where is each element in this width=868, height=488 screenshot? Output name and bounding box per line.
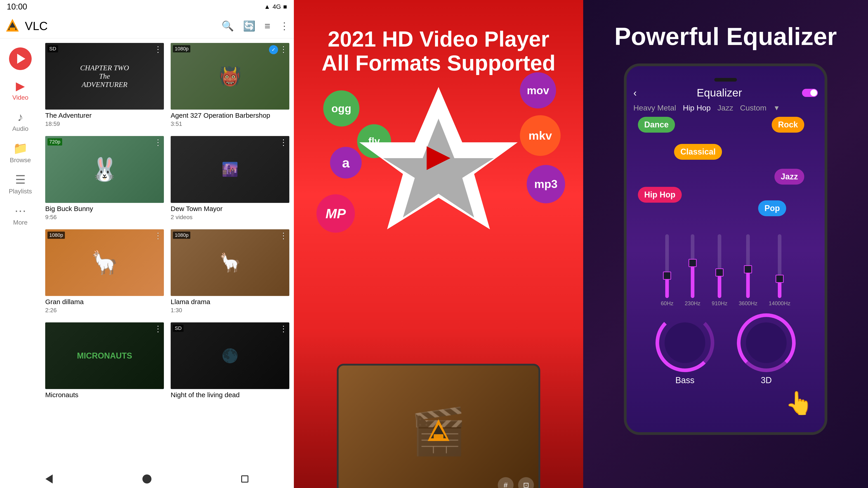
eq-3d-knob[interactable] — [737, 313, 796, 372]
list-item[interactable]: 🌆 ⋮ Dew Town Mayor 2 videos — [170, 136, 289, 222]
eq-bass-knob-inner — [664, 322, 705, 363]
more-dots-icon: ⋯ — [14, 204, 26, 218]
list-item[interactable]: SD CHAPTER TWOTheADVENTURER ⋮ The Advent… — [45, 43, 164, 129]
format-badge-mp3: mp3 — [527, 165, 565, 203]
presets-dropdown-icon[interactable]: ▼ — [773, 104, 780, 112]
svg-rect-8 — [434, 434, 443, 438]
genre-badge-rock[interactable]: Rock — [772, 117, 804, 133]
audio-icon: ♪ — [18, 110, 23, 124]
phone-notch — [714, 78, 737, 82]
genre-badge-jazz[interactable]: Jazz — [774, 169, 804, 185]
sidebar-item-browse[interactable]: 📁 Browse — [0, 137, 41, 168]
search-icon[interactable]: 🔍 — [221, 20, 234, 32]
video-info: Llama drama 1:30 — [170, 296, 289, 316]
eq-preset-jazz[interactable]: Jazz — [717, 103, 733, 112]
vlc-app-title: VLC — [25, 19, 217, 33]
eq-slider-track-60hz[interactable] — [665, 234, 669, 298]
sidebar-item-video[interactable]: ▶ Video — [0, 74, 41, 106]
eq-slider-fill-60hz — [665, 275, 669, 298]
format-badge-a: a — [330, 147, 362, 178]
video-info: Big Buck Bunny 9:56 — [45, 203, 164, 223]
eq-bass-knob[interactable] — [655, 313, 714, 372]
more-icon[interactable]: ⋮ — [279, 20, 289, 32]
phone-mockup: ‹ Equalizer Heavy Metal Hip Hop Jazz Cus… — [624, 64, 827, 435]
eq-screen-header: ‹ Equalizer — [633, 84, 818, 103]
video-duration: 18:59 — [45, 121, 164, 127]
video-title: The Adventurer — [45, 111, 164, 120]
video-thumbnail: 720p 🐰 ⋮ — [45, 136, 164, 203]
eq-preset-custom[interactable]: Custom — [740, 103, 767, 112]
eq-slider-fill-14000hz — [778, 279, 781, 298]
more-options-icon[interactable]: ⋮ — [279, 324, 287, 334]
eq-toggle-switch[interactable] — [802, 89, 818, 97]
tablet-caption-icon: ⊡ — [518, 477, 534, 488]
sidebar-item-audio[interactable]: ♪ Audio — [0, 106, 41, 137]
eq-slider-fill-3600hz — [746, 269, 750, 298]
genre-badge-hiphop[interactable]: Hip Hop — [638, 187, 682, 203]
video-title: Gran dillama — [45, 298, 164, 306]
eq-slider-track-910hz[interactable] — [718, 234, 721, 298]
content-area: ▶ Video ♪ Audio 📁 Browse ☰ Playlists ⋯ M… — [0, 38, 294, 470]
sidebar-item-more[interactable]: ⋯ More — [0, 199, 41, 231]
video-thumbnail: 1080p ✓ 👹 ⋮ — [170, 43, 289, 109]
eq-freq-label-3600hz: 3600Hz — [739, 300, 757, 306]
list-item[interactable]: MICRONAUTS ⋮ Micronauts — [45, 322, 164, 401]
list-item[interactable]: SD 🌑 ⋮ Night of the living dead — [170, 322, 289, 401]
genre-badge-classical[interactable]: Classical — [674, 144, 722, 160]
recent-nav-button[interactable] — [238, 472, 252, 486]
more-options-icon[interactable]: ⋮ — [154, 231, 162, 240]
play-button[interactable] — [9, 47, 32, 70]
video-title: Night of the living dead — [170, 391, 289, 399]
more-options-icon[interactable]: ⋮ — [279, 138, 287, 147]
sort-icon[interactable]: ≡ — [265, 20, 270, 32]
video-icon: ▶ — [16, 79, 25, 93]
sidebar-item-playlists[interactable]: ☰ Playlists — [0, 168, 41, 199]
eq-slider-14000hz: 14000Hz — [769, 234, 790, 306]
eq-slider-track-230hz[interactable] — [691, 234, 694, 298]
more-options-icon[interactable]: ⋮ — [154, 138, 162, 147]
more-options-icon[interactable]: ⋮ — [279, 231, 287, 240]
eq-preset-heavy-metal[interactable]: Heavy Metal — [633, 103, 676, 112]
video-thumbnail: SD CHAPTER TWOTheADVENTURER ⋮ — [45, 43, 164, 109]
video-thumbnail: 1080p 🦙 ⋮ — [170, 229, 289, 296]
home-circle-icon — [143, 475, 151, 484]
hand-cursor-hint: 👆 — [633, 385, 818, 421]
eq-slider-fill-910hz — [718, 272, 721, 298]
video-title: Llama drama — [170, 298, 289, 306]
more-options-icon[interactable]: ⋮ — [279, 45, 287, 54]
list-item[interactable]: 1080p 🦙 ⋮ Gran dillama 2:26 — [45, 229, 164, 316]
home-nav-button[interactable] — [140, 472, 154, 486]
sidebar-playlists-label: Playlists — [9, 188, 32, 195]
video-title: Dew Town Mayor — [170, 205, 289, 213]
list-item[interactable]: 1080p 🦙 ⋮ Llama drama 1:30 — [170, 229, 289, 316]
genre-badge-pop[interactable]: Pop — [758, 200, 786, 216]
signal-icon: 4G — [273, 3, 281, 10]
eq-panel-title: Powerful Equalizer — [601, 23, 850, 50]
history-icon[interactable]: 🔄 — [243, 20, 255, 32]
video-thumbnail: 1080p 🦙 ⋮ — [45, 229, 164, 296]
battery-icon: ■ — [283, 3, 287, 10]
more-options-icon[interactable]: ⋮ — [154, 45, 162, 54]
video-thumbnail: MICRONAUTS ⋮ — [45, 322, 164, 389]
tablet-controls: # ⊡ — [498, 477, 534, 488]
eq-slider-thumb-230hz — [688, 259, 697, 267]
eq-slider-thumb-14000hz — [776, 275, 784, 283]
eq-slider-track-3600hz[interactable] — [746, 234, 750, 298]
eq-3d-knob-container: 3D — [737, 313, 796, 385]
thumb-overlay: 🌆 — [170, 136, 289, 203]
more-options-icon[interactable]: ⋮ — [154, 324, 162, 334]
genre-badge-dance[interactable]: Dance — [638, 117, 675, 133]
list-item[interactable]: 720p 🐰 ⋮ Big Buck Bunny 9:56 — [45, 136, 164, 222]
eq-screen-title: Equalizer — [697, 87, 742, 99]
eq-slider-track-14000hz[interactable] — [778, 234, 781, 298]
video-duration: 2:26 — [45, 307, 164, 314]
list-item[interactable]: 1080p ✓ 👹 ⋮ Agent 327 Operation Barbersh… — [170, 43, 289, 129]
eq-preset-hiphop[interactable]: Hip Hop — [683, 103, 711, 112]
video-title: Agent 327 Operation Barbershop — [170, 111, 289, 120]
eq-back-button[interactable]: ‹ — [633, 87, 637, 98]
back-nav-button[interactable] — [42, 472, 56, 486]
phone-screen: ‹ Equalizer Heavy Metal Hip Hop Jazz Cus… — [627, 66, 825, 432]
video-grid: SD CHAPTER TWOTheADVENTURER ⋮ The Advent… — [41, 38, 294, 470]
eq-slider-thumb-60hz — [663, 271, 671, 280]
eq-slider-thumb-3600hz — [744, 265, 752, 273]
